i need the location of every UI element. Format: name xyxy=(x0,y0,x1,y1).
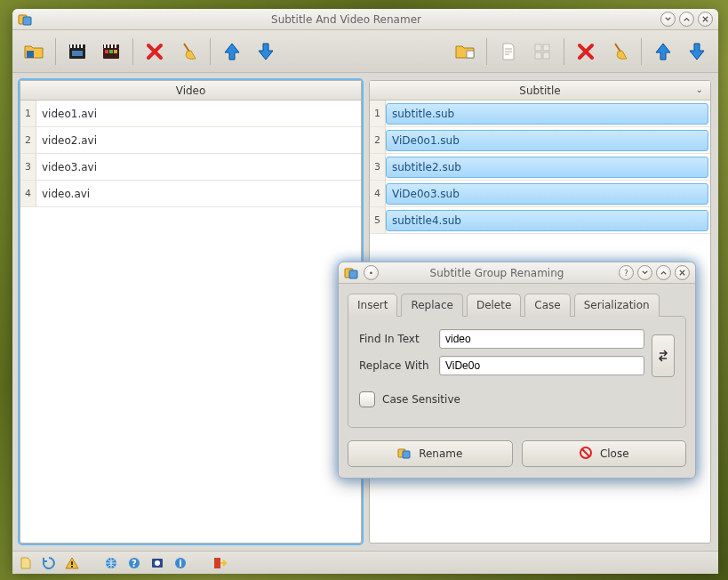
dialog-sticky-button[interactable]: • xyxy=(364,265,379,280)
subtitle-clean-button[interactable] xyxy=(604,36,636,68)
list-item[interactable]: 2video2.avi xyxy=(20,127,361,154)
video-clean-button[interactable] xyxy=(172,36,204,68)
svg-rect-12 xyxy=(104,44,106,48)
svg-rect-7 xyxy=(77,44,79,48)
svg-rect-20 xyxy=(543,44,549,51)
dialog-help-button[interactable]: ? xyxy=(619,265,634,280)
rename-button-label: Rename xyxy=(419,447,462,460)
case-sensitive-checkbox[interactable] xyxy=(359,391,375,407)
svg-rect-15 xyxy=(115,44,116,48)
video-add-clapper-color-button[interactable] xyxy=(95,36,127,68)
subtitle-remove-button[interactable] xyxy=(570,36,602,68)
main-titlebar: Subtitle And Video Renamer xyxy=(12,9,718,30)
dialog-body: Insert Replace Delete Case Serialization… xyxy=(339,284,695,437)
list-item[interactable]: 3subtitle2.sub xyxy=(370,154,710,181)
rename-button[interactable]: Rename xyxy=(348,440,513,467)
maximize-button[interactable] xyxy=(679,12,694,27)
subtitle-open-folder-button[interactable] xyxy=(449,36,481,68)
sb-globe-icon[interactable] xyxy=(103,555,119,571)
with-label: Replace With xyxy=(359,359,432,372)
video-move-down-button[interactable] xyxy=(250,36,282,68)
replace-panel: Find In Text Replace With Case Sensitive xyxy=(348,316,686,428)
list-item[interactable]: 4video.avi xyxy=(20,181,361,207)
svg-rect-8 xyxy=(81,44,83,48)
tab-serialization[interactable]: Serialization xyxy=(574,294,660,317)
sb-book-icon[interactable] xyxy=(149,555,165,571)
svg-rect-5 xyxy=(70,44,72,48)
svg-rect-14 xyxy=(111,44,113,48)
sb-file-icon[interactable] xyxy=(18,555,34,571)
tab-delete[interactable]: Delete xyxy=(467,294,521,317)
video-add-clapper-button[interactable] xyxy=(61,36,93,68)
app-icon xyxy=(18,12,36,27)
find-label: Find In Text xyxy=(359,333,432,345)
sb-refresh-icon[interactable] xyxy=(41,555,57,571)
sb-exit-icon[interactable] xyxy=(212,555,228,571)
rename-dialog: • Subtitle Group Renaming ? Insert Repla… xyxy=(338,262,696,479)
svg-rect-18 xyxy=(114,50,117,53)
svg-rect-19 xyxy=(535,44,541,51)
video-move-up-button[interactable] xyxy=(216,36,248,68)
svg-rect-1 xyxy=(23,17,31,25)
case-sensitive-label: Case Sensitive xyxy=(382,393,460,406)
video-list[interactable]: 1video1.avi 2video2.avi 3video3.avi 4vid… xyxy=(20,101,361,543)
svg-rect-6 xyxy=(74,44,76,48)
with-input[interactable] xyxy=(439,356,644,375)
dialog-tabs: Insert Replace Delete Case Serialization xyxy=(348,293,686,316)
main-toolbar xyxy=(12,30,718,73)
subtitle-move-up-button[interactable] xyxy=(647,36,679,68)
subtitle-pane-header[interactable]: Subtitle ⌄ xyxy=(370,81,710,101)
close-button-label: Close xyxy=(600,447,629,460)
list-item[interactable]: 5subtitle4.sub xyxy=(370,207,710,234)
sb-warning-icon[interactable] xyxy=(64,555,80,571)
dialog-close-button[interactable] xyxy=(675,265,690,280)
find-input[interactable] xyxy=(439,329,644,349)
svg-text:?: ? xyxy=(132,559,137,568)
dialog-buttons: Rename Close xyxy=(339,437,695,478)
chevron-down-icon: ⌄ xyxy=(696,85,703,94)
dialog-minimize-button[interactable] xyxy=(637,265,652,280)
no-entry-icon xyxy=(579,446,593,463)
sb-info-icon[interactable]: i xyxy=(172,555,188,571)
svg-point-29 xyxy=(155,560,160,566)
subtitle-grid-button[interactable] xyxy=(526,36,558,68)
tab-insert[interactable]: Insert xyxy=(348,294,397,317)
svg-rect-2 xyxy=(27,51,34,58)
list-item[interactable]: 2ViDe0o1.sub xyxy=(370,127,710,154)
rename-icon xyxy=(397,446,412,463)
svg-rect-17 xyxy=(109,50,113,53)
svg-rect-21 xyxy=(535,52,541,59)
svg-rect-32 xyxy=(214,558,220,568)
video-remove-button[interactable] xyxy=(139,36,171,68)
minimize-button[interactable] xyxy=(660,12,676,27)
close-dialog-button[interactable]: Close xyxy=(522,440,687,467)
main-title: Subtitle And Video Renamer xyxy=(36,13,657,26)
tab-case[interactable]: Case xyxy=(524,294,570,317)
svg-rect-22 xyxy=(543,52,549,59)
list-item[interactable]: 1video1.avi xyxy=(20,101,361,127)
svg-rect-9 xyxy=(72,51,83,56)
dialog-maximize-button[interactable] xyxy=(656,265,671,280)
dialog-app-icon xyxy=(344,266,362,280)
svg-rect-24 xyxy=(71,566,73,568)
sb-help-icon[interactable]: ? xyxy=(126,555,142,571)
close-button[interactable] xyxy=(698,12,713,27)
swap-button[interactable] xyxy=(652,334,675,377)
statusbar: ? i xyxy=(12,551,718,574)
svg-rect-16 xyxy=(105,50,108,53)
video-pane: Video 1video1.avi 2video2.avi 3video3.av… xyxy=(20,80,362,544)
svg-rect-34 xyxy=(349,270,357,278)
list-item[interactable]: 3video3.avi xyxy=(20,154,361,181)
svg-text:i: i xyxy=(179,559,181,568)
svg-rect-36 xyxy=(403,451,410,458)
dialog-title: Subtitle Group Renaming xyxy=(379,267,615,279)
video-pane-header: Video xyxy=(20,81,361,101)
dialog-titlebar: • Subtitle Group Renaming ? xyxy=(339,262,695,284)
subtitle-file-button[interactable] xyxy=(492,36,524,68)
svg-rect-23 xyxy=(71,561,73,565)
list-item[interactable]: 1subtitle.sub xyxy=(370,101,710,127)
tab-replace[interactable]: Replace xyxy=(401,294,462,317)
video-open-folder-button[interactable] xyxy=(18,36,50,68)
subtitle-move-down-button[interactable] xyxy=(681,36,713,68)
list-item[interactable]: 4ViDe0o3.sub xyxy=(370,181,710,207)
